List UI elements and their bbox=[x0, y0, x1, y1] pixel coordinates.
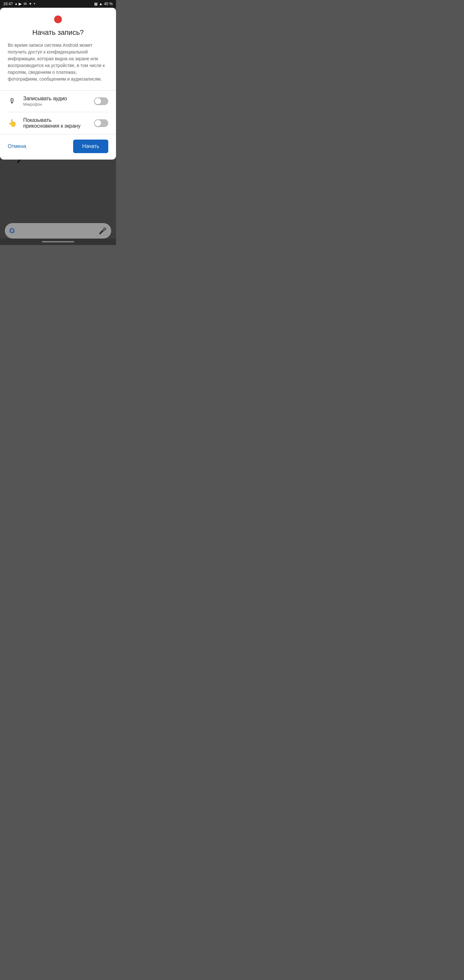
dialog-description: Во время записи система Android может по… bbox=[0, 42, 116, 90]
audio-toggle[interactable] bbox=[94, 97, 108, 105]
status-right: ▦ ▲ 40 % bbox=[94, 2, 113, 6]
start-button[interactable]: Начать bbox=[73, 140, 108, 153]
screen-record-dialog: Начать запись? Во время записи система A… bbox=[0, 8, 116, 159]
pinwheel-icon: ✦ bbox=[29, 2, 32, 6]
touches-option: 👆 Показывать прикосновения к экрану bbox=[0, 112, 116, 134]
wifi-icon: ▲ bbox=[99, 2, 103, 6]
record-dot bbox=[54, 16, 62, 23]
audio-option: 🎙 Записывать аудио Микрофон bbox=[0, 91, 116, 112]
audio-toggle-knob bbox=[95, 98, 101, 105]
dialog-overlay: Начать запись? Во время записи система A… bbox=[0, 8, 116, 245]
status-left: 16:47 ◂ ▶ ✉ ✦ • bbox=[3, 2, 35, 6]
battery: 40 % bbox=[104, 2, 113, 6]
mail-icon: ✉ bbox=[24, 2, 27, 6]
status-bar: 16:47 ◂ ▶ ✉ ✦ • ▦ ▲ 40 % bbox=[0, 0, 116, 8]
touches-option-title: Показывать прикосновения к экрану bbox=[23, 117, 87, 129]
vibrate-icon: ▦ bbox=[94, 2, 98, 6]
record-indicator bbox=[0, 8, 116, 26]
nav-icon: ◂ bbox=[15, 2, 17, 6]
touches-toggle-knob bbox=[95, 120, 101, 126]
dialog-title: Начать запись? bbox=[0, 26, 116, 42]
touches-option-text: Показывать прикосновения к экрану bbox=[23, 117, 87, 129]
audio-option-subtitle: Микрофон bbox=[23, 102, 87, 107]
touches-toggle[interactable] bbox=[94, 119, 108, 127]
touch-icon: 👆 bbox=[8, 119, 17, 127]
youtube-status-icon: ▶ bbox=[19, 2, 22, 6]
audio-option-text: Записывать аудио Микрофон bbox=[23, 96, 87, 107]
dot-icon: • bbox=[34, 2, 35, 6]
audio-option-title: Записывать аудио bbox=[23, 96, 87, 102]
dialog-actions: Отмена Начать bbox=[0, 134, 116, 159]
cancel-button[interactable]: Отмена bbox=[8, 141, 26, 152]
time: 16:47 bbox=[3, 2, 13, 6]
microphone-icon: 🎙 bbox=[8, 97, 17, 105]
